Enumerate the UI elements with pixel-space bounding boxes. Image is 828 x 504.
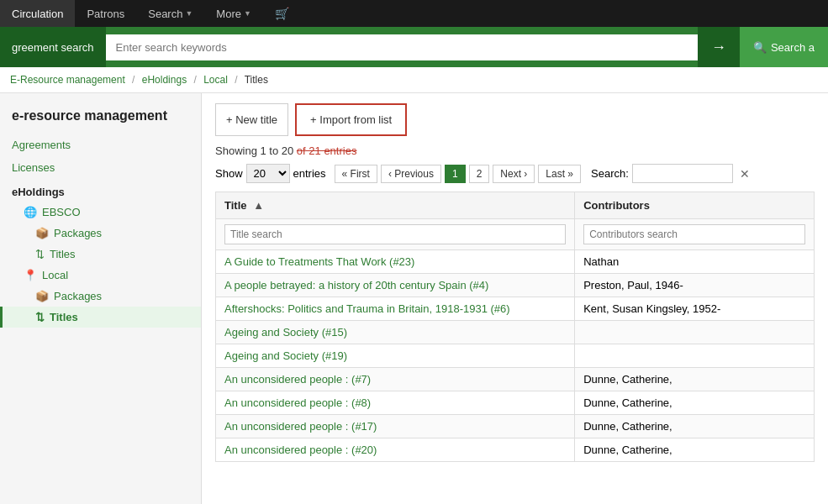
title-cell: A Guide to Treatments That Work (#23) (216, 250, 575, 274)
more-dropdown-caret: ▼ (244, 9, 251, 18)
local-titles-icon: ⇅ (35, 311, 45, 323)
nav-cart[interactable]: 🛒 (263, 0, 301, 27)
contributors-filter-cell (575, 219, 815, 250)
contributors-cell: Dunne, Catherine, (575, 391, 815, 415)
title-link[interactable]: Ageing and Society (#15) (224, 326, 347, 339)
search-icon: 🔍 (753, 41, 767, 54)
breadcrumb-eholdings[interactable]: eHoldings (142, 74, 187, 86)
search-right-button[interactable]: 🔍 Search a (740, 27, 828, 67)
showing-entries-text: Showing 1 to 20 of 21 entries (215, 144, 815, 157)
table-row: An unconsidered people : (#17) Dunne, Ca… (216, 415, 815, 438)
title-cell: Ageing and Society (#19) (216, 344, 575, 368)
title-link[interactable]: An unconsidered people : (#17) (224, 420, 377, 433)
title-cell: An unconsidered people : (#7) (216, 368, 575, 391)
column-header-title[interactable]: Title ▲ (216, 192, 575, 219)
show-label: Show (215, 167, 243, 180)
contributors-cell: Preston, Paul, 1946- (575, 274, 815, 297)
table-filter-row (216, 219, 815, 250)
title-cell: A people betrayed: a history of 20th cen… (216, 274, 575, 297)
title-link[interactable]: Aftershocks: Politics and Trauma in Brit… (224, 302, 510, 315)
entries-label: entries (293, 167, 326, 180)
content-area: + New title + Import from list Showing 1… (202, 93, 828, 504)
pagination-page-2[interactable]: 2 (469, 165, 490, 183)
table-row: A people betrayed: a history of 20th cen… (216, 274, 815, 297)
title-filter-input[interactable] (224, 224, 566, 244)
search-submit-button[interactable]: → (698, 27, 740, 67)
sidebar-item-ebsco-packages[interactable]: 📦 Packages (0, 223, 201, 244)
contributors-cell (575, 321, 815, 344)
title-link[interactable]: Ageing and Society (#19) (224, 349, 347, 362)
table-header-row: Title ▲ Contributors (216, 192, 815, 219)
contributors-cell: Dunne, Catherine, (575, 415, 815, 438)
title-sort-icon: ▲ (253, 199, 264, 212)
nav-more[interactable]: More ▼ (204, 0, 263, 27)
contributors-cell (575, 344, 815, 368)
title-link[interactable]: A people betrayed: a history of 20th cen… (224, 279, 488, 291)
sidebar-item-local-titles[interactable]: ⇅ Titles (0, 307, 201, 328)
sidebar-item-licenses[interactable]: Licenses (0, 156, 201, 179)
table-row: A Guide to Treatments That Work (#23) Na… (216, 250, 815, 274)
sidebar-item-agreements[interactable]: Agreements (0, 134, 201, 156)
table-row: An unconsidered people : (#8) Dunne, Cat… (216, 391, 815, 415)
title-cell: An unconsidered people : (#17) (216, 415, 575, 438)
search-bar-label: greement search (0, 27, 106, 67)
search-input[interactable] (106, 34, 698, 60)
entries-count-strikethrough: of 21 entries (297, 144, 357, 157)
contributors-cell: Kent, Susan Kingsley, 1952- (575, 297, 815, 321)
title-link[interactable]: An unconsidered people : (#8) (224, 396, 371, 409)
pagination-previous[interactable]: ‹ Previous (381, 165, 441, 183)
title-filter-cell (216, 219, 575, 250)
title-cell: Aftershocks: Politics and Trauma in Brit… (216, 297, 575, 321)
main-layout: e-resource management Agreements License… (0, 93, 828, 504)
titles-table: Title ▲ Contributors (215, 192, 815, 462)
package-icon: 📦 (35, 227, 49, 239)
breadcrumb-eresource[interactable]: E-Resource management (10, 74, 125, 86)
breadcrumb: E-Resource management / eHoldings / Loca… (0, 67, 828, 93)
sidebar-item-ebsco-titles[interactable]: ⇅ Titles (0, 244, 201, 265)
breadcrumb-current: Titles (245, 74, 268, 86)
contributors-cell: Dunne, Catherine, (575, 438, 815, 462)
title-link[interactable]: An unconsidered people : (#7) (224, 373, 371, 386)
new-title-button[interactable]: + New title (215, 103, 288, 136)
column-header-contributors: Contributors (575, 192, 815, 219)
title-cell: An unconsidered people : (#8) (216, 391, 575, 415)
nav-patrons[interactable]: Patrons (75, 0, 136, 27)
title-link[interactable]: A Guide to Treatments That Work (#23) (224, 255, 414, 268)
clear-search-button[interactable]: ✕ (736, 167, 753, 181)
search-dropdown-caret: ▼ (185, 9, 192, 18)
sidebar-section-eholdings: eHoldings (0, 179, 201, 202)
show-entries-select[interactable]: 20 10 50 100 (246, 164, 290, 183)
nav-circulation[interactable]: Circulation (0, 0, 75, 27)
table-search-input[interactable] (632, 164, 733, 183)
sidebar-subsection-ebsco[interactable]: 🌐 EBSCO (0, 202, 201, 223)
nav-search[interactable]: Search ▼ (136, 0, 204, 27)
contributors-filter-input[interactable] (583, 224, 805, 244)
table-row: An unconsidered people : (#20) Dunne, Ca… (216, 438, 815, 462)
import-from-list-button[interactable]: + Import from list (300, 108, 402, 131)
global-search-bar: greement search → 🔍 Search a (0, 27, 828, 67)
table-body: A Guide to Treatments That Work (#23) Na… (216, 250, 815, 462)
title-link[interactable]: An unconsidered people : (#20) (224, 444, 377, 456)
table-search-label: Search: (591, 167, 629, 180)
contributors-cell: Nathan (575, 250, 815, 274)
sidebar-heading: e-resource management (0, 102, 201, 134)
pagination-first[interactable]: « First (335, 165, 377, 183)
local-package-icon: 📦 (35, 290, 49, 302)
breadcrumb-local[interactable]: Local (203, 74, 228, 86)
titles-icon: ⇅ (35, 248, 45, 260)
pagination-next[interactable]: Next › (493, 165, 535, 183)
search-input-wrapper (106, 34, 698, 60)
sidebar-item-local-packages[interactable]: 📦 Packages (0, 286, 201, 307)
table-row: Aftershocks: Politics and Trauma in Brit… (216, 297, 815, 321)
pagination-last[interactable]: Last » (538, 165, 581, 183)
table-row: An unconsidered people : (#7) Dunne, Cat… (216, 368, 815, 391)
contributors-cell: Dunne, Catherine, (575, 368, 815, 391)
table-row: Ageing and Society (#19) (216, 344, 815, 368)
sidebar: e-resource management Agreements License… (0, 93, 202, 504)
table-row: Ageing and Society (#15) (216, 321, 815, 344)
title-cell: An unconsidered people : (#20) (216, 438, 575, 462)
import-box: + Import from list (295, 103, 407, 136)
sidebar-subsection-local[interactable]: 📍 Local (0, 265, 201, 286)
title-cell: Ageing and Society (#15) (216, 321, 575, 344)
pagination-page-1[interactable]: 1 (445, 165, 466, 183)
